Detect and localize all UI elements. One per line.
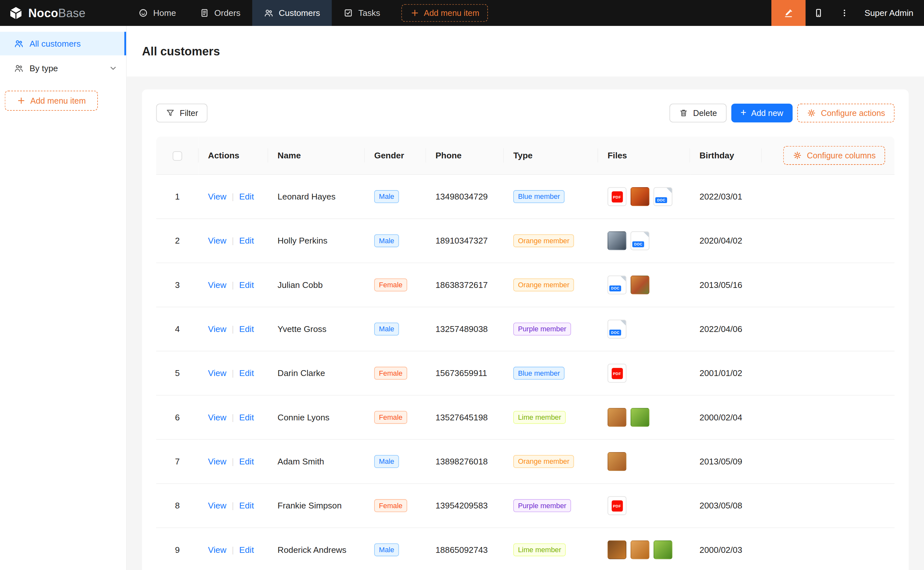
- plus-icon: [17, 96, 26, 105]
- type-cell: Orange member: [504, 219, 598, 263]
- edit-link[interactable]: Edit: [239, 280, 254, 290]
- header-cell-select: [156, 137, 199, 175]
- type-cell: Lime member: [504, 527, 598, 570]
- view-link[interactable]: View: [208, 192, 227, 201]
- row-index-cell: 5: [156, 351, 199, 395]
- doc-file-thumbnail[interactable]: DOC: [653, 187, 672, 206]
- ui-editor-button[interactable]: [771, 0, 805, 26]
- edit-link[interactable]: Edit: [239, 236, 254, 245]
- image-thumbnail[interactable]: [630, 276, 649, 294]
- image-thumbnail[interactable]: [607, 452, 626, 471]
- gender-cell: Female: [365, 351, 426, 395]
- gender-cell: Female: [365, 484, 426, 527]
- top-navbar: NocoBase HomeOrdersCustomersTasks Add me…: [0, 0, 924, 26]
- view-link[interactable]: View: [208, 325, 227, 334]
- spacer-cell: [762, 263, 895, 307]
- page-fold: [621, 320, 626, 325]
- image-thumbnail[interactable]: [607, 231, 626, 250]
- doc-file-thumbnail[interactable]: DOC: [607, 276, 626, 294]
- table-row: 5View|EditDarin ClarkeFemale15673659911B…: [156, 351, 895, 395]
- spacer-cell: [762, 484, 895, 527]
- edit-link[interactable]: Edit: [239, 192, 254, 201]
- filter-button[interactable]: Filter: [156, 104, 208, 123]
- view-link[interactable]: View: [208, 369, 227, 378]
- filter-label: Filter: [180, 108, 198, 118]
- tab-customers[interactable]: Customers: [252, 0, 332, 26]
- view-link[interactable]: View: [208, 412, 227, 422]
- doc-icon: DOC: [632, 241, 644, 247]
- pdf-file-thumbnail[interactable]: PDF: [607, 364, 626, 383]
- phone-cell: 15673659911: [426, 351, 504, 395]
- type-cell: Blue member: [504, 175, 598, 219]
- member-type-tag: Purple member: [513, 499, 571, 512]
- view-link[interactable]: View: [208, 457, 227, 466]
- member-type-tag: Blue member: [513, 366, 565, 380]
- configure-columns-button[interactable]: Configure columns: [783, 146, 885, 165]
- phone-cell: 13527645198: [426, 395, 504, 440]
- image-thumbnail[interactable]: [630, 541, 649, 559]
- pdf-file-thumbnail[interactable]: PDF: [607, 187, 626, 206]
- doc-icon: DOC: [655, 197, 667, 203]
- image-thumbnail[interactable]: [653, 541, 672, 559]
- mobile-view-button[interactable]: [806, 0, 832, 26]
- edit-link[interactable]: Edit: [239, 369, 254, 378]
- row-index-cell: 3: [156, 263, 199, 307]
- spacer-cell: [762, 219, 895, 263]
- sidebar-item-all-customers[interactable]: All customers: [0, 32, 126, 55]
- gender-cell: Male: [365, 440, 426, 484]
- sidebar-item-by-type[interactable]: By type: [0, 56, 126, 80]
- view-link[interactable]: View: [208, 545, 227, 555]
- page-fold: [667, 188, 672, 193]
- header-cell-files: Files: [598, 137, 690, 175]
- row-actions-cell: View|Edit: [199, 395, 268, 440]
- tab-label: Orders: [214, 8, 241, 17]
- doc-file-thumbnail[interactable]: DOC: [607, 320, 626, 339]
- edit-link[interactable]: Edit: [239, 545, 254, 555]
- sidebar-item-label: All customers: [29, 39, 81, 48]
- type-cell: Purple member: [504, 307, 598, 351]
- sidebar-menu: All customersBy type: [0, 32, 126, 80]
- edit-link[interactable]: Edit: [239, 501, 254, 510]
- more-menu-button[interactable]: [832, 0, 858, 26]
- mobile-icon: [814, 8, 823, 17]
- configure-actions-button[interactable]: Configure actions: [797, 104, 895, 123]
- edit-link[interactable]: Edit: [239, 325, 254, 334]
- edit-link[interactable]: Edit: [239, 412, 254, 422]
- pdf-file-thumbnail[interactable]: PDF: [607, 496, 626, 515]
- name-cell: Leonard Hayes: [268, 175, 365, 219]
- type-cell: Orange member: [504, 263, 598, 307]
- birthday-cell: 2003/05/08: [690, 484, 762, 527]
- view-link[interactable]: View: [208, 236, 227, 245]
- image-thumbnail[interactable]: [630, 187, 649, 206]
- name-cell: Julian Cobb: [268, 263, 365, 307]
- sidebar-add-menu-item-button[interactable]: Add menu item: [5, 91, 98, 111]
- row-actions-cell: View|Edit: [199, 219, 268, 263]
- delete-button[interactable]: Delete: [669, 104, 726, 123]
- people-icon: [14, 39, 24, 48]
- files-cell: PDFDOC: [598, 175, 690, 219]
- add-new-button[interactable]: + Add new: [731, 104, 793, 123]
- app: NocoBase HomeOrdersCustomersTasks Add me…: [0, 0, 924, 570]
- tab-tasks[interactable]: Tasks: [332, 0, 392, 26]
- image-thumbnail[interactable]: [607, 541, 626, 559]
- view-link[interactable]: View: [208, 501, 227, 510]
- tab-home[interactable]: Home: [127, 0, 188, 26]
- action-separator: |: [232, 412, 234, 422]
- action-separator: |: [232, 545, 234, 555]
- user-name[interactable]: Super Admin: [858, 8, 924, 17]
- tab-orders[interactable]: Orders: [188, 0, 252, 26]
- table-row: 4View|EditYvette GrossMale13257489038Pur…: [156, 307, 895, 351]
- add-menu-item-button[interactable]: Add menu item: [401, 4, 488, 22]
- select-all-checkbox[interactable]: [173, 151, 182, 160]
- image-thumbnail[interactable]: [630, 408, 649, 427]
- header-cell-phone: Phone: [426, 137, 504, 175]
- member-type-tag: Orange member: [513, 234, 574, 247]
- doc-file-thumbnail[interactable]: DOC: [630, 231, 649, 250]
- row-index-cell: 7: [156, 440, 199, 484]
- edit-link[interactable]: Edit: [239, 457, 254, 466]
- action-separator: |: [232, 192, 234, 201]
- header-cell-configure: Configure columns: [762, 137, 895, 175]
- customers-icon: [264, 8, 273, 17]
- view-link[interactable]: View: [208, 280, 227, 290]
- image-thumbnail[interactable]: [607, 408, 626, 427]
